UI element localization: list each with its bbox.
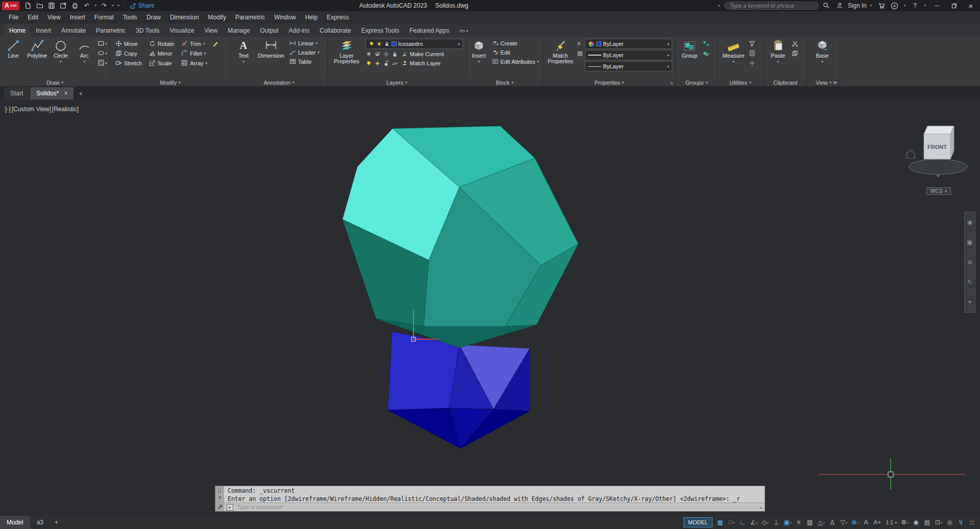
command-window-grip[interactable]: × xyxy=(215,486,224,511)
viewcube[interactable]: FRONT xyxy=(903,120,980,186)
ribbon-tab[interactable]: Featured Apps xyxy=(404,24,454,37)
command-input[interactable] xyxy=(236,503,757,511)
layer-thaw-button[interactable] xyxy=(374,59,381,67)
ribbon-tab[interactable]: Collaborate xyxy=(314,24,356,37)
lock-ui-icon[interactable]: ⊡▾ xyxy=(933,517,944,528)
move-button[interactable]: Move xyxy=(114,40,143,47)
isolate-objects-icon[interactable]: ◎ xyxy=(944,517,955,528)
make-current-button[interactable]: Make Current xyxy=(400,51,445,58)
ribbon-tab[interactable]: Express Tools xyxy=(356,24,404,37)
annotation-panel-label[interactable]: Annotation▾ xyxy=(231,78,327,86)
quick-calc-button[interactable] xyxy=(749,49,755,57)
linear-dimension-button[interactable]: Linear▾ xyxy=(288,39,321,47)
match-layer-button[interactable]: Match Layer xyxy=(400,60,442,67)
draw-panel-label[interactable]: Draw▾ xyxy=(0,78,110,86)
pan-icon[interactable]: ▣ xyxy=(967,239,972,246)
quick-select-button[interactable] xyxy=(749,39,755,47)
undo-icon[interactable]: ↶ xyxy=(82,1,92,10)
dodecahedron[interactable] xyxy=(342,126,578,348)
autocad-logo[interactable]: A CAD xyxy=(2,2,19,10)
quick-properties-icon[interactable]: ▤ xyxy=(922,517,933,528)
layer-on-button[interactable] xyxy=(365,59,372,67)
layer-properties-button[interactable]: Layer Properties xyxy=(330,38,363,65)
autoscale-icon[interactable]: A+ xyxy=(872,517,883,528)
ungroup-button[interactable] xyxy=(703,39,709,47)
annotation-monitor-icon[interactable]: ◉ xyxy=(911,517,922,528)
menu-item[interactable]: Modify xyxy=(204,11,231,23)
keyword-search-input[interactable] xyxy=(729,2,814,9)
menu-item[interactable]: Parametric xyxy=(231,11,270,23)
array-button[interactable]: Array▾ xyxy=(180,59,208,67)
fillet-button[interactable]: Fillet▾ xyxy=(180,49,208,57)
layer-dropdown[interactable]: Icosaedro ▾ xyxy=(365,39,463,49)
ribbon-tab[interactable]: View xyxy=(199,24,223,37)
match-properties-button[interactable]: Match Properties xyxy=(545,38,576,65)
measure-button[interactable]: Measure ▾ xyxy=(720,38,747,64)
grid-icon[interactable]: ▦ xyxy=(715,517,726,528)
line-button[interactable]: Line xyxy=(2,38,24,59)
open-file-icon[interactable] xyxy=(35,1,45,10)
menu-item[interactable]: Draw xyxy=(142,11,165,23)
drawing-canvas[interactable] xyxy=(0,99,980,516)
close-tab-icon[interactable]: × xyxy=(64,91,67,96)
ribbon-tab[interactable]: Manage xyxy=(223,24,255,37)
layer-freeze-button[interactable] xyxy=(383,50,389,58)
undo-caret-icon[interactable]: ▾ xyxy=(93,4,98,8)
file-tab-start[interactable]: Start xyxy=(4,87,29,99)
group-edit-button[interactable] xyxy=(703,49,709,57)
viewcube-home-icon[interactable] xyxy=(906,150,915,158)
selection-filtering-icon[interactable]: ▽▾ xyxy=(838,517,849,528)
sign-in-button[interactable]: Sign In ▾ xyxy=(848,2,873,9)
close-button[interactable]: × xyxy=(964,0,978,11)
text-button[interactable]: A Text ▾ xyxy=(233,38,254,64)
menu-item[interactable]: Express xyxy=(322,11,353,23)
clipboard-panel-label[interactable]: Clipboard xyxy=(764,78,807,86)
ribbon-tab[interactable]: Visualize xyxy=(165,24,200,37)
navbar-more-icon[interactable]: ▾ xyxy=(968,298,971,306)
minimize-button[interactable]: ─ xyxy=(930,0,944,11)
viewcube-top-face[interactable] xyxy=(924,126,954,134)
command-scroll-up-icon[interactable]: ▴ xyxy=(760,505,762,510)
viewport-control[interactable]: [Realistic] xyxy=(52,106,79,113)
3d-osnap-icon[interactable]: △▾ xyxy=(816,517,827,528)
layer-lock-button[interactable] xyxy=(391,50,398,58)
ribbon-tab[interactable]: Parametric xyxy=(91,24,131,37)
edit-attributes-button[interactable]: Edit Attributes▾ xyxy=(491,58,540,65)
new-file-icon[interactable] xyxy=(23,1,34,10)
restore-button[interactable] xyxy=(947,0,961,11)
search-collapse-chevron-icon[interactable]: ▸ xyxy=(717,4,722,8)
isometric-drafting-icon[interactable]: ◇▾ xyxy=(760,517,771,528)
table-button[interactable]: Table xyxy=(288,58,321,65)
properties-dialog-launcher-icon[interactable]: ↘ xyxy=(669,80,673,85)
dynamic-ucs-icon[interactable]: ∆ xyxy=(827,517,838,528)
layer-off-button[interactable] xyxy=(365,50,372,58)
edit-block-button[interactable]: Edit xyxy=(491,48,540,56)
osnap-tracking-icon[interactable]: ⊥ xyxy=(771,517,782,528)
ribbon-tab[interactable]: Insert xyxy=(31,24,56,37)
zoom-icon[interactable]: ⊕ xyxy=(967,259,972,266)
block-panel-label[interactable]: Block▾ xyxy=(467,78,543,86)
cut-button[interactable] xyxy=(792,39,798,47)
customize-wrench-icon[interactable] xyxy=(217,505,223,510)
view-panel-overflow-icon[interactable]: ≫ xyxy=(833,80,838,85)
leader-button[interactable]: Leader▾ xyxy=(288,48,321,56)
menu-item[interactable]: View xyxy=(43,11,65,23)
plot-icon[interactable] xyxy=(70,1,81,10)
circle-button[interactable]: Circle ▾ xyxy=(50,38,72,64)
viewport-control[interactable]: [-] xyxy=(5,106,11,113)
create-block-button[interactable]: Create xyxy=(491,39,540,47)
recent-commands-icon[interactable]: ▸ xyxy=(227,504,233,511)
hatch-tool-button[interactable]: ▾ xyxy=(97,59,108,67)
lineweight-dropdown[interactable]: ByLayer ▾ xyxy=(585,50,672,60)
rotate-button[interactable]: Rotate xyxy=(148,40,175,47)
modify-panel-label[interactable]: Modify▾ xyxy=(110,78,230,86)
properties-panel-label[interactable]: Properties▾↘ xyxy=(543,78,675,86)
stretch-button[interactable]: Stretch xyxy=(114,59,143,67)
insert-block-button[interactable]: Insert ▾ xyxy=(469,38,489,64)
new-layout-button[interactable]: + xyxy=(50,516,63,529)
wcs-dropdown[interactable]: WCS ▾ xyxy=(926,187,951,195)
app-store-cart-icon[interactable] xyxy=(876,1,887,10)
gizmo-icon[interactable]: ⊕▾ xyxy=(849,517,861,528)
qat-customize-caret-icon[interactable]: ▾ xyxy=(116,4,121,8)
graphics-performance-icon[interactable]: ↯ xyxy=(955,517,967,528)
